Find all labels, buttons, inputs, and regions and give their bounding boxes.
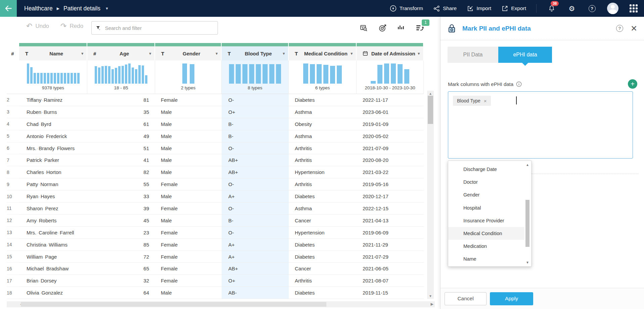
scroll-up-icon[interactable]: ▲ bbox=[427, 92, 434, 95]
table-cell[interactable]: Female bbox=[155, 275, 222, 287]
tab-ephi-data[interactable]: ePHI data bbox=[498, 47, 552, 63]
table-cell[interactable]: A+ bbox=[222, 239, 289, 251]
table-cell[interactable]: Cancer bbox=[289, 215, 357, 227]
column-header-medical-condition[interactable]: TMedical Condition▾ bbox=[289, 46, 357, 60]
table-cell[interactable]: 2019-11-15 bbox=[357, 287, 424, 299]
table-cell[interactable]: 2020-08-20 bbox=[357, 154, 424, 166]
settings-button[interactable]: ⚙ bbox=[567, 3, 577, 13]
table-cell[interactable]: 2021-11-29 bbox=[357, 239, 424, 251]
import-button[interactable]: Import bbox=[467, 5, 491, 12]
table-cell[interactable]: 49 bbox=[87, 130, 155, 142]
table-cell[interactable]: 35 bbox=[87, 106, 155, 118]
table-cell[interactable]: Patrick·Parker bbox=[19, 154, 87, 166]
column-menu-caret-icon[interactable]: ▾ bbox=[216, 51, 218, 56]
table-cell[interactable]: Ruben·Burns bbox=[19, 106, 87, 118]
table-cell[interactable]: Male bbox=[155, 118, 222, 130]
table-cell[interactable]: B- bbox=[222, 215, 289, 227]
dropdown-scrollbar-thumb[interactable] bbox=[525, 200, 530, 247]
table-cell[interactable]: Hypertension bbox=[289, 227, 357, 239]
table-cell[interactable]: O- bbox=[222, 178, 289, 190]
table-cell[interactable]: 2021-06-05 bbox=[357, 263, 424, 275]
table-cell[interactable]: 2020-12-17 bbox=[357, 190, 424, 203]
table-cell[interactable]: Asthma bbox=[289, 203, 357, 215]
table-cell[interactable]: O+ bbox=[222, 106, 289, 118]
table-cell[interactable]: Diabetes bbox=[289, 239, 357, 251]
table-cell[interactable]: Diabetes bbox=[289, 94, 357, 106]
scroll-right-icon[interactable]: ▶ bbox=[431, 302, 433, 306]
table-cell[interactable]: 41 bbox=[87, 154, 155, 166]
table-cell[interactable]: 2022-12-15 bbox=[357, 203, 424, 215]
dropdown-item-medication[interactable]: Medication bbox=[448, 240, 524, 253]
dropdown-item-name[interactable]: Name bbox=[448, 253, 524, 265]
table-cell[interactable]: 39 bbox=[87, 203, 155, 215]
scroll-down-icon[interactable]: ▼ bbox=[427, 294, 434, 298]
table-cell[interactable]: Male bbox=[155, 190, 222, 203]
column-menu-caret-icon[interactable]: ▾ bbox=[283, 51, 285, 56]
column-header-age[interactable]: #Age▾ bbox=[87, 46, 155, 60]
table-cell[interactable]: Charles·Horton bbox=[19, 166, 87, 178]
table-cell[interactable]: AB- bbox=[222, 287, 289, 299]
dropdown-scroll-down-icon[interactable]: ▼ bbox=[525, 261, 530, 264]
table-cell[interactable]: 2019-01-09 bbox=[357, 118, 424, 130]
table-cell[interactable]: 61 bbox=[87, 118, 155, 130]
table-cell[interactable]: O- bbox=[222, 94, 289, 106]
notifications-button[interactable]: 38 bbox=[547, 3, 557, 13]
horizontal-scrollbar[interactable]: ◀ ▶ bbox=[7, 301, 435, 307]
column-stats-button[interactable] bbox=[396, 23, 406, 33]
table-cell[interactable]: Male bbox=[155, 154, 222, 166]
tab-pii-data[interactable]: PII Data bbox=[448, 47, 498, 63]
export-button[interactable]: Export bbox=[501, 5, 526, 12]
table-cell[interactable]: Antonio·Frederick bbox=[19, 130, 87, 142]
table-cell[interactable]: 82 bbox=[87, 166, 155, 178]
table-cell[interactable]: 2021-07-29 bbox=[357, 251, 424, 263]
ephi-columns-input[interactable]: Blood Type× bbox=[448, 91, 633, 159]
table-cell[interactable]: O- bbox=[222, 203, 289, 215]
user-avatar[interactable] bbox=[607, 3, 618, 14]
share-button[interactable]: Share bbox=[433, 5, 457, 12]
column-menu-caret-icon[interactable]: ▾ bbox=[418, 51, 420, 56]
table-cell[interactable]: 2019-06-09 bbox=[357, 227, 424, 239]
panel-close-icon[interactable]: ✕ bbox=[631, 25, 637, 33]
table-cell[interactable]: 65 bbox=[87, 263, 155, 275]
table-cell[interactable]: 2023-06-01 bbox=[357, 106, 424, 118]
table-cell[interactable]: 2021-03-22 bbox=[357, 166, 424, 178]
table-cell[interactable]: B- bbox=[222, 118, 289, 130]
table-cell[interactable]: 2022-11-17 bbox=[357, 94, 424, 106]
table-cell[interactable]: O+ bbox=[222, 275, 289, 287]
vertical-scrollbar[interactable]: ▲ ▼ bbox=[427, 91, 434, 299]
table-cell[interactable]: O- bbox=[222, 142, 289, 154]
table-cell[interactable]: 64 bbox=[87, 287, 155, 299]
column-menu-caret-icon[interactable]: ▾ bbox=[351, 51, 353, 56]
undo-button[interactable]: ↶ Undo bbox=[26, 23, 49, 30]
table-cell[interactable]: 2021-07-09 bbox=[357, 142, 424, 154]
table-cell[interactable]: Brian·Dorsey bbox=[19, 275, 87, 287]
table-cell[interactable]: Obesity bbox=[289, 118, 357, 130]
table-cell[interactable]: Female bbox=[155, 239, 222, 251]
panel-help-icon[interactable]: ? bbox=[616, 25, 623, 32]
table-cell[interactable]: B- bbox=[222, 130, 289, 142]
table-cell[interactable]: Diabetes bbox=[289, 287, 357, 299]
table-cell[interactable]: AB+ bbox=[222, 154, 289, 166]
table-cell[interactable]: 72 bbox=[87, 251, 155, 263]
table-cell[interactable]: Asthma bbox=[289, 106, 357, 118]
dropdown-scrollbar[interactable]: ▲ ▼ bbox=[525, 162, 530, 265]
table-cell[interactable]: Christina·Williams bbox=[19, 239, 87, 251]
table-cell[interactable]: Asthma bbox=[289, 130, 357, 142]
breadcrumb-app[interactable]: Healthcare bbox=[24, 5, 53, 12]
table-cell[interactable]: Chad·Byrd bbox=[19, 118, 87, 130]
apps-grid-button[interactable] bbox=[629, 3, 639, 13]
target-cleanse-button[interactable] bbox=[377, 23, 387, 33]
cancel-button[interactable]: Cancel bbox=[445, 292, 487, 305]
table-cell[interactable]: O- bbox=[222, 227, 289, 239]
chip-remove-icon[interactable]: × bbox=[484, 98, 487, 104]
table-cell[interactable]: Mrs.·Brandy·Flowers bbox=[19, 142, 87, 154]
data-preview-button[interactable] bbox=[359, 23, 369, 33]
horizontal-scrollbar-thumb[interactable] bbox=[21, 302, 326, 307]
dropdown-item-discharge-date[interactable]: Discharge Date bbox=[448, 163, 524, 176]
table-cell[interactable]: William·Page bbox=[19, 251, 87, 263]
table-cell[interactable]: A+ bbox=[222, 190, 289, 203]
table-cell[interactable]: Diabetes bbox=[289, 190, 357, 203]
table-cell[interactable]: Arthritis bbox=[289, 154, 357, 166]
table-cell[interactable]: A+ bbox=[222, 251, 289, 263]
table-cell[interactable]: Ryan·Hayes bbox=[19, 190, 87, 203]
